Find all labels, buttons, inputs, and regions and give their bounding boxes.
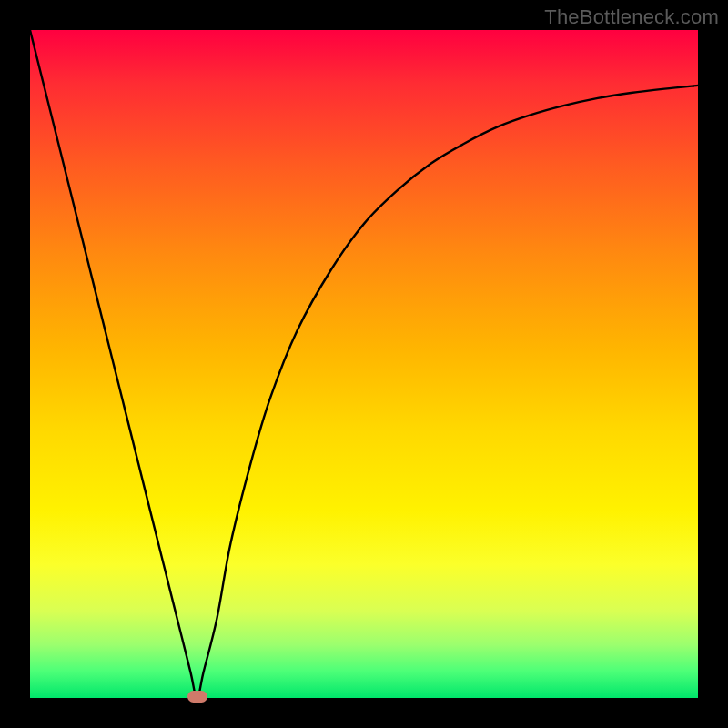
chart-frame: TheBottleneck.com	[0, 0, 728, 728]
watermark-text: TheBottleneck.com	[544, 5, 719, 29]
optimal-marker	[187, 691, 207, 703]
bottleneck-curve	[30, 30, 698, 698]
plot-area	[30, 30, 698, 698]
